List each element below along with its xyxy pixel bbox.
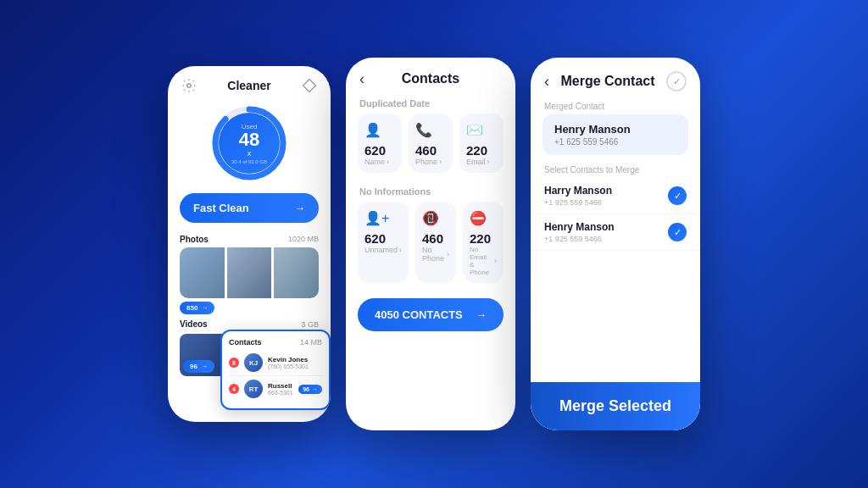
phone-contacts: ‹ Contacts Duplicated Date 👤 620 Name › …	[346, 58, 515, 430]
video-badge-1[interactable]: 96 →	[183, 360, 214, 373]
photo-3	[274, 247, 319, 298]
contacts-card: Contacts 14 MB 8 KJ Kevin Jones (760) 65…	[220, 330, 331, 410]
gauge-inner: Used 48 x 30.4 of 93.0 GB	[219, 113, 280, 174]
photos-badge-count: 850	[186, 304, 198, 312]
phone-icon-1: 📞	[415, 122, 432, 138]
photos-badge-row: 850 →	[168, 298, 331, 318]
merge-contact-info-2: Henry Manson +1 925 559 5466	[544, 221, 668, 243]
contact-phone-1: (760) 655-5301	[268, 363, 322, 369]
photos-badge[interactable]: 850 →	[180, 302, 214, 314]
photo-2	[227, 247, 272, 298]
gauge-used-label: Used	[242, 123, 258, 130]
merge-contact-name-2: Henry Manson	[544, 221, 668, 233]
check-circle-icon[interactable]: ✓	[666, 71, 687, 92]
merge-selected-button[interactable]: Merge Selected	[531, 382, 700, 430]
noinfo-card-unnamed: 👤+ 620 Unnamed ›	[358, 202, 409, 283]
email-icon-1: ✉️	[466, 122, 483, 138]
fast-clean-button[interactable]: Fast Clean →	[180, 193, 319, 223]
gauge-number: 48	[239, 130, 259, 149]
phone-merge: ‹ Merge Contact ✓ Merged Contact Henry M…	[531, 58, 700, 430]
phone-cleaner: Cleaner Used 48 x 30.4 of 93.0 GB Fas	[168, 66, 331, 422]
duplicated-label: Duplicated Date	[346, 93, 515, 114]
contact-phone-2: 663-5301	[268, 390, 293, 396]
avatar-2: RT	[244, 380, 263, 398]
phones-container: Cleaner Used 48 x 30.4 of 93.0 GB Fas	[168, 58, 700, 430]
gear-icon[interactable]	[181, 78, 197, 93]
person-icon-2: 👤+	[364, 210, 389, 226]
contact-info-2: Russell Todd 663-5301	[268, 382, 293, 396]
contact-badge-2[interactable]: 96 →	[298, 385, 322, 394]
merged-contact-name: Henry Manson	[554, 123, 676, 136]
noinfo-cards-row: 👤+ 620 Unnamed › 📵 460 No Phone › ⛔ 220	[346, 202, 515, 291]
photos-section-title: Photos 1020 MB	[168, 228, 331, 247]
p1-header: Cleaner	[168, 66, 331, 98]
merge-contact-info-1: Harry Manson +1 925 559 5466	[544, 185, 668, 207]
contact-name-2: Russell Todd	[268, 382, 293, 390]
noinfo-card-nophone: 📵 460 No Phone ›	[415, 202, 456, 283]
dup-card-name: 👤 620 Name ›	[358, 114, 402, 173]
dup-name-num: 620	[364, 143, 386, 158]
svg-point-0	[187, 84, 192, 88]
p3-header: ‹ Merge Contact ✓	[531, 58, 700, 98]
dup-cards-row: 👤 620 Name › 📞 460 Phone › ✉️ 220 E	[346, 114, 515, 181]
photos-size: 1020 MB	[288, 235, 319, 244]
contacts-card-size: 14 MB	[300, 338, 322, 347]
person-icon-1: 👤	[364, 122, 381, 138]
merged-section-label: Merged Contact	[531, 98, 700, 114]
dup-email-sub: Email ›	[466, 158, 490, 166]
photos-label: Photos	[180, 235, 209, 244]
diamond-icon[interactable]	[302, 78, 317, 93]
back-button-contacts[interactable]: ‹	[359, 70, 364, 88]
contacts-count-button[interactable]: 4050 CONTACTS →	[358, 298, 504, 331]
noinfo-nophone-num: 460	[422, 231, 443, 246]
check-filled-2[interactable]: ✓	[668, 223, 687, 241]
videos-label: Videos	[180, 319, 208, 329]
fast-clean-arrow: →	[294, 202, 305, 214]
merge-contact-phone-1: +1 925 559 5466	[544, 198, 668, 207]
noinfo-card-noemail: ⛔ 220 No Email & Phone ›	[463, 202, 504, 283]
noinfo-unnamed-sub: Unnamed ›	[364, 246, 402, 254]
gauge-sub: 30.4 of 93.0 GB	[231, 159, 267, 164]
photos-badge-arrow: →	[201, 304, 208, 312]
no-info-label: No Informations	[346, 181, 515, 202]
contacts-btn-arrow: →	[476, 308, 487, 321]
dup-email-num: 220	[466, 143, 487, 158]
p2-header: ‹ Contacts	[346, 58, 515, 93]
noemail-icon: ⛔	[470, 210, 487, 226]
merge-contact-row-1: Harry Manson +1 925 559 5466 ✓	[531, 178, 700, 214]
contact-num-badge-2: 4	[229, 384, 239, 394]
noinfo-nophone-sub: No Phone ›	[422, 246, 449, 263]
merge-contact-phone-2: +1 925 559 5466	[544, 235, 668, 243]
contact-info-1: Kevin Jones (760) 655-5301	[268, 356, 322, 369]
gauge-container: Used 48 x 30.4 of 93.0 GB	[168, 98, 331, 188]
merge-btn-label: Merge Selected	[559, 397, 671, 415]
check-filled-1[interactable]: ✓	[668, 186, 687, 205]
merged-contact-phone: +1 625 559 5466	[554, 137, 676, 147]
back-button-merge[interactable]: ‹	[544, 73, 549, 91]
dup-name-sub: Name ›	[364, 158, 389, 166]
contact-item-1: 8 KJ Kevin Jones (760) 655-5301	[229, 350, 322, 376]
noinfo-noemail-sub: No Email & Phone ›	[470, 246, 497, 276]
p1-title: Cleaner	[227, 79, 270, 92]
contacts-card-title: Contacts 14 MB	[229, 338, 322, 347]
svg-marker-1	[303, 80, 315, 92]
avatar-1: KJ	[244, 353, 263, 372]
merge-contact-row-2: Henry Manson +1 925 559 5466 ✓	[531, 214, 700, 251]
contact-name-1: Kevin Jones	[268, 356, 322, 363]
contact-num-badge-1: 8	[229, 358, 239, 368]
phone-icon-2: 📵	[422, 210, 439, 226]
merged-contact-card: Henry Manson +1 625 559 5466	[542, 114, 688, 155]
contact-badge-num: 96	[303, 386, 309, 392]
noinfo-noemail-num: 220	[470, 231, 491, 246]
merge-contact-name-1: Harry Manson	[544, 185, 668, 197]
contacts-count-label: 4050 CONTACTS	[375, 308, 463, 321]
dup-card-phone: 📞 460 Phone ›	[409, 114, 453, 173]
videos-size: 3 GB	[301, 320, 319, 329]
video-badge-count: 96	[190, 363, 198, 370]
contacts-page-title: Contacts	[402, 71, 459, 86]
photo-1	[180, 247, 225, 298]
gauge-suffix: x	[248, 149, 252, 158]
storage-gauge: Used 48 x 30.4 of 93.0 GB	[211, 105, 287, 181]
photos-grid	[180, 247, 319, 298]
dup-card-email: ✉️ 220 Email ›	[459, 114, 504, 173]
